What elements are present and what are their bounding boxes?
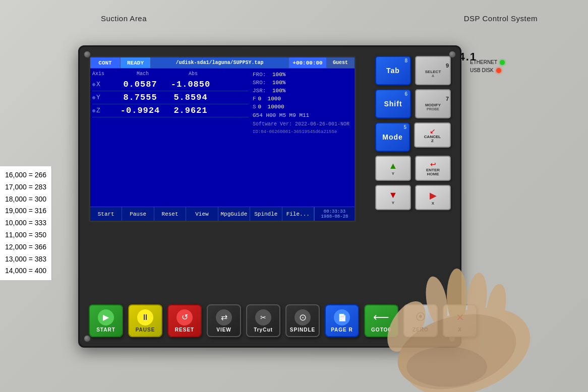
axis-row-x: ⊗ X 0.0587 -1.0850 (92, 78, 249, 91)
zero-button[interactable]: ⦿ ZERO (403, 304, 438, 337)
trycut-label: TryCut (254, 327, 273, 333)
toolbar-spindle[interactable]: Spindle (250, 207, 282, 221)
z-mach-value: -0.9924 (115, 106, 165, 115)
start-icon: ▶ (98, 309, 114, 325)
side-numbers-tape: 16,000 = 266 17,000 = 283 18,000 = 300 1… (0, 166, 52, 280)
usb-led (496, 68, 501, 73)
modify-probe-button[interactable]: 7 MODIFY PROBE (415, 89, 451, 118)
usb-indicator: USB DISK (470, 68, 505, 73)
y-up-arrow-icon: ▲ (389, 161, 398, 171)
pause-button[interactable]: ⏸ PAUSE (128, 304, 162, 337)
side-num-4: 19,000 = 316 (5, 205, 46, 217)
side-num-6: 11,000 = 350 (5, 229, 46, 241)
modify-probe-btn-wrapper: 7 MODIFY PROBE (415, 89, 451, 118)
x-arrow-icon: ▶ (430, 190, 437, 201)
s-label: S (253, 104, 256, 110)
axis-row-y: ⊗ Y 8.7555 5.8594 (92, 91, 249, 104)
tab-btn-wrapper: 8 Tab (375, 56, 411, 85)
spindle-label: SPINDLE (290, 327, 315, 333)
shift-label: Shift (384, 100, 402, 108)
ethernet-led (500, 60, 505, 65)
spindle-button[interactable]: ⊙ SPINDLE (285, 304, 320, 337)
filepath-cell: /udisk-sda1/laguna/SUPPSY.tap (151, 57, 289, 68)
side-num-8: 13,000 = 383 (5, 253, 46, 266)
page-r-button[interactable]: 📄 PAGE R (325, 304, 359, 337)
gcodes-display: G54 H00 M5 M9 M11 (253, 111, 352, 120)
x-button[interactable]: ▶ X (415, 185, 451, 210)
lcd-screen[interactable]: CONT READY /udisk-sda1/laguna/SUPPSY.tap… (89, 56, 356, 222)
right-row-5: ▼ Y ▶ X (375, 185, 451, 210)
view-button[interactable]: ⇄ VIEW (207, 304, 241, 337)
sro-label: SRO: (253, 80, 270, 86)
screen-main: Axis Mach Abs ⊗ X 0.0587 -1.0850 ⊗ (90, 69, 355, 207)
suction-area-label: Suction Area (101, 14, 147, 23)
enter-home-button[interactable]: ↩ ENTER HOME (415, 156, 451, 181)
y-abs-value: 5.8594 (165, 93, 216, 102)
toolbar-pause[interactable]: Pause (122, 207, 154, 221)
axis-name-y: ⊗ Y (92, 94, 115, 101)
col-mach: Mach (117, 71, 168, 77)
right-row-3: 5 Mode ↙ CANCEL Z (375, 122, 451, 152)
pager-icon: 📄 (334, 309, 350, 325)
toolbar-file[interactable]: File... (282, 207, 314, 221)
right-row-4: ▲ Y ↩ ENTER HOME (375, 156, 451, 181)
x-axis-button[interactable]: ✕ X (443, 304, 477, 337)
time-cell: +00:00:00 (289, 57, 327, 68)
right-row-2: 6 Shift 7 MODIFY PROBE (375, 89, 451, 118)
cancel-z-button[interactable]: ↙ CANCEL Z (414, 122, 451, 148)
top-labels: Suction Area DSP Control System (101, 14, 538, 23)
tab-button[interactable]: 8 Tab (375, 56, 411, 85)
toolbar-start[interactable]: Start (90, 207, 122, 221)
fro-row: FRO: 100% (253, 71, 352, 79)
y-up-button[interactable]: ▲ Y (375, 156, 411, 181)
dsp-label: DSP Control System (464, 14, 538, 23)
toolbar-time1: 00:33:33 (324, 209, 345, 214)
jsr-label: JSR: (253, 88, 270, 94)
spindle-icon: ⊙ (295, 309, 311, 325)
toolbar-mpgguide[interactable]: MpgGuide (218, 207, 250, 221)
f-val1: 1000 (268, 96, 288, 102)
toolbar-reset[interactable]: Reset (154, 207, 186, 221)
goto0-button[interactable]: ⟵ GOTO0 (364, 304, 398, 337)
mode-number: 5 (403, 124, 407, 130)
view-icon: ⇄ (216, 309, 232, 325)
mode-button[interactable]: 5 Mode (375, 122, 410, 152)
tab-label: Tab (386, 67, 400, 75)
sro-value: 100% (272, 80, 285, 86)
select-num: 9 (446, 62, 450, 69)
screen-toolbar: Start Pause Reset View MpgGuide Spindle … (90, 207, 355, 221)
zero-icon: ⦿ (413, 309, 429, 325)
axis-name-x: ⊗ X (92, 81, 115, 88)
cancel-z-sublabel: Z (431, 139, 434, 143)
select-a-button[interactable]: 9 SELECT A (415, 56, 451, 85)
sro-row: SRO: 100% (253, 79, 352, 87)
usb-disk-label: USB DISK (470, 68, 494, 73)
enter-icon: ↩ (430, 160, 436, 168)
reset-button[interactable]: ↺ RESET (167, 304, 202, 337)
software-version: Software Ver: 2022-06-26-001-NOR (253, 120, 352, 128)
trycut-icon: ✂ (255, 309, 271, 325)
x-btn-icon: ✕ (452, 309, 468, 325)
indicators-panel: ETHERNET USB DISK (470, 59, 505, 73)
right-buttons-panel: 8 Tab 9 SELECT A 6 (375, 56, 451, 210)
x-mach-value: 0.0587 (115, 80, 165, 89)
x-label: X (432, 201, 434, 206)
side-num-3: 18,000 = 300 (5, 193, 46, 206)
cancel-z-arrow-icon: ↙ (430, 127, 436, 135)
toolbar-time: 00:33:33 1988-08-28 (314, 207, 355, 221)
axis-name-z: ⊗ Z (92, 107, 115, 114)
right-row-1: 8 Tab 9 SELECT A (375, 56, 451, 85)
start-button[interactable]: ▶ START (89, 304, 123, 337)
toolbar-view[interactable]: View (186, 207, 218, 221)
y-down-button[interactable]: ▼ Y (375, 185, 411, 210)
right-info-panel: FRO: 100% SRO: 100% JSR: 100% F 0 1000 (249, 71, 352, 205)
x-abs-value: -1.0850 (165, 80, 216, 89)
f-val0: 0 (258, 96, 266, 102)
modify-label: MODIFY (425, 103, 441, 108)
f-param-row: F 0 1000 (253, 95, 352, 103)
trycut-button[interactable]: ✂ TryCut (246, 304, 280, 337)
pause-icon: ⏸ (137, 309, 153, 325)
shift-button[interactable]: 6 Shift (375, 89, 411, 118)
col-axis: Axis (92, 71, 117, 77)
zero-label: ZERO (413, 327, 429, 333)
